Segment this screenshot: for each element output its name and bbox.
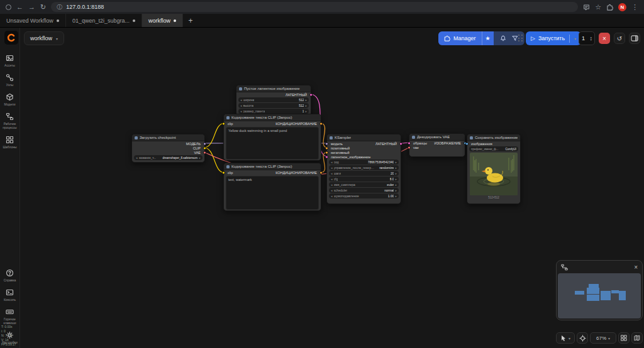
minimap-toggle-button[interactable]	[631, 332, 643, 344]
vae-slot-dot[interactable]	[203, 151, 206, 154]
sidebar-item-assets[interactable]: Ассеты	[0, 54, 20, 67]
stepper-right-icon[interactable]: ▸	[305, 99, 307, 102]
samples-input-dot[interactable]	[408, 141, 411, 144]
close-icon[interactable]: ×	[634, 264, 638, 271]
stop-button[interactable]: ×	[599, 33, 610, 44]
sidebar-item-models[interactable]: Модели	[0, 93, 20, 106]
model-slot-dot[interactable]	[203, 142, 206, 145]
count-stepper[interactable]: ▴ ▾	[590, 36, 592, 41]
latent-output-dot[interactable]	[399, 142, 402, 145]
translate-icon[interactable]	[583, 4, 590, 11]
stepper-right-icon[interactable]: ▸	[395, 161, 397, 164]
stepper-left-icon[interactable]: ◂	[240, 110, 242, 113]
manager-button[interactable]: Manager	[438, 31, 482, 45]
scheduler-widget[interactable]: ◂ scheduler normal ▸	[329, 188, 399, 193]
address-bar[interactable]: ⓘ 127.0.0.1:8188	[51, 2, 578, 12]
negative-input-dot[interactable]	[325, 151, 328, 154]
page-info-icon[interactable]: ⓘ	[57, 3, 62, 11]
stepper-right-icon[interactable]: ▸	[395, 178, 397, 181]
extensions-icon[interactable]	[606, 4, 613, 11]
node-save-image[interactable]: Сохранить изображение изображения префик…	[467, 134, 521, 204]
prompt-textarea[interactable]: text, watermark	[226, 176, 319, 210]
seed-widget[interactable]: ◂ сид 786675364542340 ▸	[329, 160, 399, 165]
sampler-name-widget[interactable]: ◂ имя_сэмплера euler ▸	[329, 182, 399, 187]
stepper-right-icon[interactable]: ▸	[395, 195, 397, 198]
browser-menu-icon[interactable]: ⋮	[631, 4, 638, 11]
stepper-left-icon[interactable]: ◂	[136, 156, 138, 160]
drag-handle-icon[interactable]	[518, 35, 523, 41]
node-header[interactable]: Кодирование текста CLIP (Запрос)	[224, 163, 321, 170]
stepper-left-icon[interactable]: ◂	[331, 166, 333, 170]
back-icon[interactable]: ←	[16, 4, 23, 11]
clip-input-dot[interactable]	[222, 171, 225, 174]
model-input-dot[interactable]	[325, 142, 328, 145]
width-widget[interactable]: ◂ ширина 512 ▸	[238, 97, 309, 102]
reload-icon[interactable]: ↻	[40, 4, 46, 11]
run-button[interactable]: ▷ Запустить ▾	[526, 31, 581, 45]
sidebar-item-workflows[interactable]: Рабочие процессы	[0, 112, 20, 129]
minimap-viewport[interactable]	[558, 273, 641, 318]
node-clip-encode-negative[interactable]: Кодирование текста CLIP (Запрос) clip КО…	[223, 163, 321, 211]
stepper-left-icon[interactable]: ◂	[331, 161, 333, 164]
bookmark-icon[interactable]: ☆	[595, 4, 601, 11]
stepper-right-icon[interactable]: ▸	[395, 189, 397, 192]
stepper-left-icon[interactable]: ◂	[331, 183, 333, 187]
stepper-right-icon[interactable]: ▸	[199, 156, 201, 160]
prompt-textarea[interactable]: Yellow duck swimming in a small pond	[226, 127, 319, 160]
comfyui-logo[interactable]	[4, 31, 18, 45]
clip-slot-dot[interactable]	[203, 146, 206, 150]
latent-input-dot[interactable]	[325, 155, 328, 158]
sidebar-item-console[interactable]: Консоль	[0, 288, 20, 302]
node-vae-decode[interactable]: Декодировать VAE образцы ИЗОБРАЖЕНИЕ vae	[409, 133, 465, 157]
batch-size-widget[interactable]: ◂ размер_пакета 1 ▸	[238, 109, 309, 114]
node-empty-latent[interactable]: Пустое латентное изображение ЛАТЕНТНЫЙ ◂…	[236, 85, 311, 116]
node-header[interactable]: KSampler	[327, 134, 401, 141]
stepper-left-icon[interactable]: ◂	[240, 104, 242, 107]
conditioning-output-dot[interactable]	[319, 171, 323, 174]
workflow-menu-button[interactable]: workflow ▾	[24, 31, 64, 45]
node-clip-encode-positive[interactable]: Кодирование текста CLIP (Запрос) clip КО…	[223, 114, 321, 161]
workflow-tab-qwen[interactable]: 01_qwen_t2i_subgra...	[66, 14, 142, 27]
funnel-icon[interactable]	[512, 35, 518, 41]
node-load-checkpoint[interactable]: Загрузить checkpoint МОДЕЛЬ CLIP VAE ◂ н…	[131, 134, 205, 163]
profile-avatar[interactable]: N	[618, 3, 626, 11]
grid-toggle-button[interactable]	[618, 332, 630, 344]
stepper-right-icon[interactable]: ▸	[305, 104, 307, 107]
positive-input-dot[interactable]	[325, 146, 328, 150]
workflow-tab-unsaved[interactable]: Unsaved Workflow	[0, 14, 66, 27]
control-after-generate-widget[interactable]: ◂ управление_после_генерации randomize ▸	[329, 165, 399, 170]
graph-icon[interactable]	[561, 264, 568, 271]
stepper-down-icon[interactable]: ▾	[590, 38, 592, 41]
stepper-left-icon[interactable]: ◂	[331, 195, 333, 198]
stepper-left-icon[interactable]: ◂	[331, 178, 333, 181]
bell-icon[interactable]	[500, 35, 506, 41]
node-header[interactable]: Пустое латентное изображение	[236, 85, 311, 92]
stepper-right-icon[interactable]: ▸	[395, 183, 397, 187]
vae-input-dot[interactable]	[408, 146, 411, 149]
stepper-right-icon[interactable]: ▸	[395, 172, 397, 175]
sidebar-item-nodes[interactable]: Узлы	[0, 73, 20, 87]
node-ksampler[interactable]: KSampler модель ЛАТЕНТНЫЙ позитивный нег…	[326, 134, 401, 204]
pointer-tool-button[interactable]: ▾	[556, 332, 575, 344]
node-header[interactable]: Загрузить checkpoint	[132, 134, 204, 141]
stepper-right-icon[interactable]: ▸	[305, 110, 307, 113]
node-header[interactable]: Декодировать VAE	[409, 134, 465, 141]
sidebar-item-hotkeys[interactable]: Горячие клавиши	[0, 308, 20, 325]
sidebar-item-templates[interactable]: Шаблоны	[0, 136, 20, 149]
stepper-right-icon[interactable]: ▸	[395, 166, 397, 170]
latent-slot-dot[interactable]	[309, 93, 313, 96]
node-header[interactable]: Сохранить изображение	[467, 134, 520, 141]
zoom-select[interactable]: 67% ▾	[590, 332, 616, 344]
height-widget[interactable]: ◂ высота 512 ▸	[238, 103, 309, 108]
steps-widget[interactable]: ◂ шаги 20 ▸	[329, 171, 399, 176]
cfg-widget[interactable]: ◂ cfg 8.0 ▸	[329, 177, 399, 182]
toggle-panel-button[interactable]	[629, 33, 640, 44]
stepper-left-icon[interactable]: ◂	[240, 99, 242, 102]
node-header[interactable]: Кодирование текста CLIP (Запрос)	[224, 114, 321, 121]
manager-star-button[interactable]: ★	[482, 31, 494, 45]
stepper-left-icon[interactable]: ◂	[331, 172, 333, 175]
filename-prefix-widget[interactable]: префикс_имени_ф... ComfyUI	[469, 146, 518, 151]
denoise-widget[interactable]: ◂ шумоподавление 1.00 ▸	[329, 193, 399, 198]
history-button[interactable]: ↺	[614, 33, 625, 44]
images-input-dot[interactable]	[465, 142, 469, 145]
